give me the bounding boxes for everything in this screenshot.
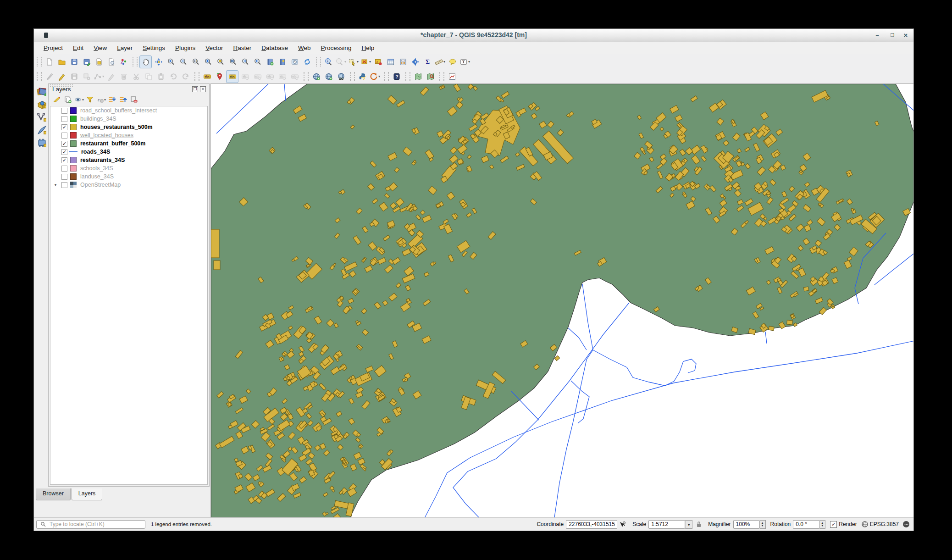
run-feature-action-button[interactable]: ▾ [335,56,347,68]
show-bookmarks-button[interactable] [277,56,288,68]
layer-row-landuse_34S[interactable]: landuse_34S [50,172,207,181]
manage-map-themes-button-dropdown-icon[interactable]: ▾ [82,98,84,102]
menu-vector[interactable]: Vector [200,43,228,53]
layer-label[interactable]: road_school_buffers_intersect [80,107,157,114]
run-feature-action-button-dropdown-icon[interactable]: ▾ [344,60,346,64]
layer-checkbox-OpenStreetMap[interactable] [61,182,67,188]
minimize-button[interactable]: – [871,31,883,40]
tab-browser[interactable]: Browser [36,488,71,500]
label-toolbar-button-4[interactable]: ab [277,71,288,83]
rotation-spinner[interactable]: ▲▼ [819,520,825,529]
identify-features-button[interactable]: i [323,56,334,68]
zoom-full-button[interactable] [202,56,214,68]
collapse-all-button[interactable] [117,94,128,105]
menu-settings[interactable]: Settings [138,43,170,53]
select-by-expression-button[interactable]: ε [372,56,384,68]
layer-list[interactable]: road_school_buffers_intersectbuildings_3… [50,106,208,485]
menu-help[interactable]: Help [356,43,379,53]
crs-globe-icon[interactable] [862,521,868,527]
messages-icon[interactable] [902,521,910,528]
epsg-label[interactable]: EPSG:3857 [870,521,899,527]
toggle-editing-button[interactable] [56,71,67,83]
lock-scale-icon[interactable] [696,521,702,527]
style-manager-button[interactable] [118,56,129,68]
panel-float-icon[interactable]: ❐ [192,86,198,92]
layer-checkbox-well_located_houses[interactable] [61,133,67,139]
select-features-button[interactable]: ▾ [348,56,359,68]
menu-raster[interactable]: Raster [228,43,257,53]
layer-row-roads_34S[interactable]: ✓roads_34S [50,148,207,156]
coordinate-input[interactable]: 2276033,-4031515 [566,520,617,529]
tab-layers[interactable]: Layers [72,488,103,500]
layer-row-schools_34S[interactable]: schools_34S [50,164,207,172]
menu-processing[interactable]: Processing [316,43,357,53]
gps-panel-toggle[interactable] [36,124,46,134]
layer-label[interactable]: restaurants_34S [80,157,125,163]
save-project-as-button[interactable] [81,56,92,68]
rotation-input[interactable]: 0.0 ° [793,520,819,529]
layer-checkbox-houses_restaurants_500m[interactable]: ✓ [61,124,67,130]
layer-checkbox-roads_34S[interactable]: ✓ [61,149,67,155]
layers-panel-toggle[interactable] [36,86,46,96]
label-toolbar-button-5[interactable]: ab [289,71,300,83]
vertex-tool-button-dropdown-icon[interactable]: ▾ [102,74,104,78]
layer-labeling-button[interactable]: abc [201,71,213,83]
render-checkbox[interactable]: ✓ [830,521,837,528]
zoom-to-layer-button[interactable] [227,56,238,68]
metasearch-button-2[interactable] [323,71,334,83]
filter-by-expression-button[interactable]: ε▾ [95,94,106,105]
redo-button[interactable] [180,71,191,83]
layer-row-well_located_houses[interactable]: well_located_houses [50,131,207,139]
field-calculator-button[interactable] [397,56,409,68]
temporal-controller-button[interactable] [289,56,300,68]
processing-history-button-dropdown-icon[interactable]: ▾ [378,74,380,78]
new-project-button[interactable] [44,56,55,68]
metasearch-button-1[interactable] [310,71,322,83]
add-feature-button[interactable] [81,71,92,83]
close-button[interactable]: × [900,31,912,40]
cut-features-button[interactable] [130,71,142,83]
panel-close-icon[interactable]: × [200,86,206,92]
layer-checkbox-landuse_34S[interactable] [61,174,67,180]
new-print-layout-button[interactable] [93,56,105,68]
current-edits-button[interactable] [44,71,55,83]
python-console-button[interactable] [357,71,368,83]
help-contents-button[interactable]: ? [391,71,402,83]
delete-selected-button[interactable] [118,71,129,83]
filter-by-expression-button-dropdown-icon[interactable]: ▾ [104,98,106,102]
extents-icon[interactable] [619,521,626,528]
label-toolbar-button-2[interactable]: ab [252,71,263,83]
layer-label[interactable]: OpenStreetMap [80,182,121,188]
layer-label[interactable]: roads_34S [81,149,110,155]
refresh-button[interactable] [301,56,313,68]
layer-label[interactable]: landuse_34S [80,173,114,180]
layer-row-restaurants_34S[interactable]: ✓restaurants_34S [50,156,207,164]
deselect-features-button[interactable]: ▾ [360,56,371,68]
maximize-button[interactable]: ❒ [886,31,898,40]
menu-edit[interactable]: Edit [68,43,89,53]
locator-input[interactable]: Type to locate (Ctrl+K) [36,520,145,529]
paste-features-button[interactable] [155,71,166,83]
menu-layer[interactable]: Layer [112,43,138,53]
measure-button-dropdown-icon[interactable]: ▾ [443,60,445,64]
layer-row-houses_restaurants_500m[interactable]: ✓houses_restaurants_500m [50,123,207,131]
layer-row-buildings_34S[interactable]: buildings_34S [50,115,207,123]
osm-place-search-button[interactable] [425,71,436,83]
layer-label[interactable]: well_located_houses [80,132,133,139]
magnifier-spinner[interactable]: ▲▼ [760,520,766,529]
add-group-button[interactable] [62,94,73,105]
layer-checkbox-buildings_34S[interactable] [61,116,67,122]
layer-checkbox-schools_34S[interactable] [61,166,67,172]
processing-panel-toggle[interactable] [36,137,46,147]
menu-view[interactable]: View [89,43,112,53]
browser-panel-toggle[interactable] [36,99,46,109]
zoom-last-button[interactable] [239,56,251,68]
undo-button[interactable] [167,71,179,83]
open-project-button[interactable] [56,56,67,68]
metasearch-catalog-button[interactable] [335,71,347,83]
map-tips-button[interactable] [447,56,458,68]
save-layer-edits-button[interactable] [68,71,80,83]
layer-diagram-button[interactable] [214,71,225,83]
label-toolbar-button-3[interactable]: ab [264,71,276,83]
processing-history-button[interactable]: ▾ [369,71,381,83]
